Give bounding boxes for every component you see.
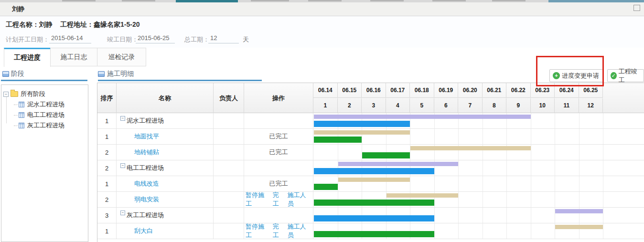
gantt-gridline bbox=[458, 192, 459, 207]
gantt-gridline bbox=[483, 129, 483, 144]
gantt-daynumber-header: 3 bbox=[362, 98, 386, 113]
tab-construction-log[interactable]: 施工日志 bbox=[50, 48, 97, 66]
tab-label: 巡检记录 bbox=[108, 53, 135, 61]
task-name-link[interactable]: 地砖铺贴 bbox=[134, 148, 159, 157]
row-operations-cell: 已完工 bbox=[244, 176, 313, 191]
details-panel-title: 施工明细 bbox=[107, 70, 134, 78]
gantt-gridline bbox=[458, 208, 459, 223]
gantt-gridline bbox=[603, 208, 603, 223]
schedule-table: 排序 名称 负责人 操作 06.1406.1506.1606.1706.1806… bbox=[97, 83, 644, 242]
gantt-gridline bbox=[579, 192, 580, 207]
gantt-gridline bbox=[579, 160, 580, 176]
collapse-icon[interactable]: − bbox=[120, 210, 125, 215]
task-name-link[interactable]: 电线改造 bbox=[134, 179, 159, 188]
gantt-gridline bbox=[483, 192, 483, 207]
row-name-cell: −泥水工程进场 bbox=[117, 113, 214, 128]
tree-item-stage[interactable]: 电工工程进场 bbox=[14, 110, 86, 120]
row-owner-cell bbox=[214, 223, 244, 239]
plan-start-label: 计划开工日期： bbox=[6, 35, 49, 44]
task-name-link[interactable]: 弱电安装 bbox=[134, 195, 159, 204]
status-text: 已完工 bbox=[269, 148, 288, 157]
gantt-daynumber-header: 5 bbox=[410, 98, 434, 113]
gantt-gridline bbox=[506, 176, 507, 191]
gantt-gridline bbox=[531, 192, 531, 207]
stage-tree-panel: − 所有阶段 泥水工程进场电工工程进场灰工工程进场 bbox=[1, 84, 88, 242]
maximize-icon[interactable] bbox=[633, 5, 640, 11]
table-icon bbox=[19, 123, 24, 128]
row-operations-cell bbox=[244, 208, 313, 223]
gantt-date-header: 06.15 bbox=[338, 83, 362, 98]
table-row: 1电线改造已完工 bbox=[97, 176, 644, 192]
operation-link[interactable]: 施工人员 bbox=[288, 222, 311, 240]
tree-item-stage[interactable]: 灰工工程进场 bbox=[14, 120, 86, 131]
gantt-plan-bar bbox=[555, 209, 603, 213]
gantt-gridline bbox=[506, 160, 507, 176]
column-header-name: 名称 bbox=[117, 83, 214, 113]
details-title-underline bbox=[98, 80, 262, 81]
row-owner-cell bbox=[214, 129, 244, 144]
gantt-daynumber-header: 12 bbox=[579, 98, 603, 113]
gantt-gridline bbox=[555, 192, 555, 207]
tab-fragment bbox=[62, 0, 96, 1]
task-name-link[interactable]: 刮大白 bbox=[134, 227, 153, 235]
operation-link[interactable]: 完工 bbox=[272, 222, 284, 240]
table-row: 2−电工工程进场 bbox=[97, 160, 644, 176]
gantt-actual-bar bbox=[314, 137, 362, 143]
column-header-owner: 负责人 bbox=[214, 83, 244, 113]
gantt-date-header: 06.16 bbox=[362, 83, 386, 98]
tree-connector-line bbox=[6, 96, 7, 123]
operation-link[interactable]: 暂停施工 bbox=[246, 191, 269, 208]
gantt-gridline bbox=[483, 208, 483, 223]
tree-root-all-stages[interactable]: − 所有阶段 bbox=[3, 89, 86, 99]
dialog-title: 刘静 bbox=[12, 2, 24, 16]
tab-inspection-records[interactable]: 巡检记录 bbox=[97, 48, 146, 66]
collapse-icon[interactable]: − bbox=[120, 163, 125, 168]
tab-fragment bbox=[432, 0, 466, 1]
plan-start-input[interactable]: 2015-06-14 bbox=[49, 34, 91, 43]
task-name-link[interactable]: 地面找平 bbox=[134, 132, 159, 141]
gantt-gridline bbox=[434, 223, 435, 239]
tab-progress[interactable]: 工程进度 bbox=[4, 48, 51, 67]
gantt-gridline bbox=[555, 160, 555, 176]
column-header-order: 排序 bbox=[97, 83, 117, 113]
gantt-gridline bbox=[458, 160, 459, 176]
folder-icon bbox=[11, 91, 18, 97]
tab-fragment bbox=[308, 0, 342, 1]
row-order-cell: 2 bbox=[97, 145, 117, 160]
gantt-gridline bbox=[458, 129, 459, 144]
table-icon bbox=[19, 102, 24, 107]
tree-item-stage[interactable]: 泥水工程进场 bbox=[14, 99, 86, 110]
project-address-value: 鑫缘名家1-5-20 bbox=[94, 21, 140, 28]
gantt-gridline bbox=[506, 192, 507, 207]
gantt-gridline bbox=[531, 223, 531, 239]
project-complete-button[interactable]: ✓ 工程竣工 bbox=[607, 69, 644, 82]
stages-title-underline bbox=[1, 80, 87, 81]
operation-link[interactable]: 施工人员 bbox=[288, 191, 311, 208]
operation-link[interactable]: 暂停施工 bbox=[246, 222, 269, 240]
tree-root-label: 所有阶段 bbox=[21, 90, 45, 98]
gantt-actual-bar bbox=[314, 121, 410, 127]
gantt-gridline bbox=[458, 176, 459, 191]
row-name-cell: 刮大白 bbox=[117, 223, 214, 239]
progress-change-request-button[interactable]: + 进度变更申请 bbox=[549, 69, 604, 82]
collapse-icon[interactable]: − bbox=[3, 92, 9, 97]
duration-label: 总工期： bbox=[184, 35, 209, 44]
dialog-title-bar: 刘静 bbox=[0, 2, 644, 16]
gantt-gridline bbox=[434, 129, 435, 144]
row-owner-cell bbox=[214, 192, 244, 207]
finish-input[interactable]: 2015-06-25 bbox=[136, 34, 175, 43]
tree-item-label: 泥水工程进场 bbox=[27, 100, 64, 109]
gantt-daynumber-header: 10 bbox=[531, 98, 555, 113]
operation-link[interactable]: 完工 bbox=[272, 191, 284, 208]
gantt-daynumber-header: 7 bbox=[458, 98, 483, 113]
check-icon: ✓ bbox=[611, 72, 617, 79]
stages-panel-title: 阶段 bbox=[11, 70, 24, 78]
gantt-gridline bbox=[603, 176, 603, 191]
gantt-date-header: 06.18 bbox=[410, 83, 434, 98]
gantt-plan-bar bbox=[410, 146, 531, 150]
gantt-daynumber-header: 1 bbox=[313, 98, 338, 113]
duration-input[interactable]: 12 bbox=[208, 34, 239, 43]
group-name-label: 灰工工程进场 bbox=[127, 211, 164, 220]
collapse-icon[interactable]: − bbox=[120, 116, 125, 121]
gantt-gridline bbox=[603, 129, 603, 144]
